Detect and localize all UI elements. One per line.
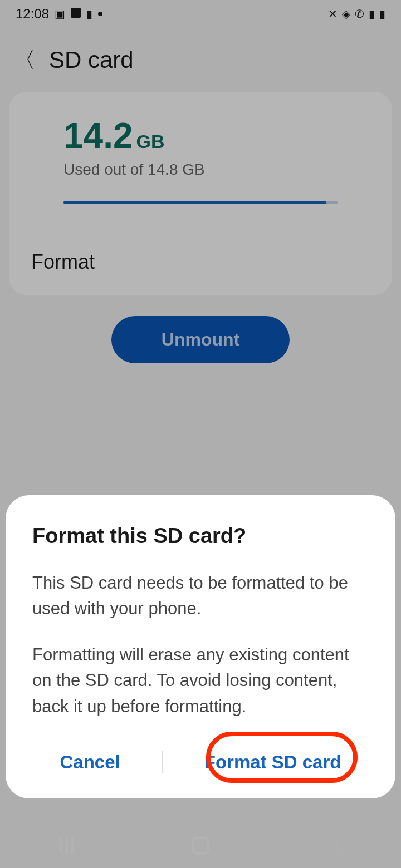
used-subtitle: Used out of 14.8 GB [63,161,371,179]
dialog-title: Format this SD card? [32,524,369,548]
storage-usage: 14.2GB Used out of 14.8 GB [30,115,371,204]
dialog-body: This SD card needs to be formatted to be… [32,570,369,720]
storage-progress-fill [63,201,326,204]
dialog-paragraph-2: Formatting will erase any existing conte… [32,642,369,720]
navigation-bar: 〈 [0,823,401,868]
sd-icon: ▮ [86,7,92,21]
cancel-button[interactable]: Cancel [47,742,134,783]
more-notifications-icon [98,12,102,16]
status-left: 12:08 ▣ ▮ [16,6,102,22]
back-icon[interactable]: 〈 [13,45,36,75]
storage-card: 14.2GB Used out of 14.8 GB Format [9,92,392,295]
used-unit: GB [136,131,165,152]
action-divider [162,751,163,773]
wifi-icon: ◈ [342,7,350,21]
status-bar: 12:08 ▣ ▮ ✕ ◈ ✆ ▮ ▮ [0,0,401,28]
cast-icon [71,8,81,21]
recents-button[interactable] [56,835,78,857]
vibrate-icon: ✕ [328,7,338,21]
page-title: SD card [49,47,134,73]
volte-icon: ✆ [355,7,364,21]
format-confirm-button[interactable]: Format SD card [191,742,355,783]
dialog-actions: Cancel Format SD card [32,742,369,783]
format-dialog: Format this SD card? This SD card needs … [6,495,395,799]
back-button[interactable]: 〈 [323,835,345,857]
page-header: 〈 SD card [0,28,401,92]
storage-progress [63,201,338,204]
used-value: 14.2 [63,116,133,156]
status-time: 12:08 [16,6,49,22]
home-button[interactable] [189,835,212,857]
unmount-button[interactable]: Unmount [111,316,290,363]
dialog-paragraph-1: This SD card needs to be formatted to be… [32,570,369,622]
status-right: ✕ ◈ ✆ ▮ ▮ [328,7,385,21]
gallery-icon: ▣ [55,7,65,21]
battery-icon: ▮ [379,7,385,21]
signal-icon: ▮ [369,7,375,21]
format-option[interactable]: Format [30,231,371,295]
